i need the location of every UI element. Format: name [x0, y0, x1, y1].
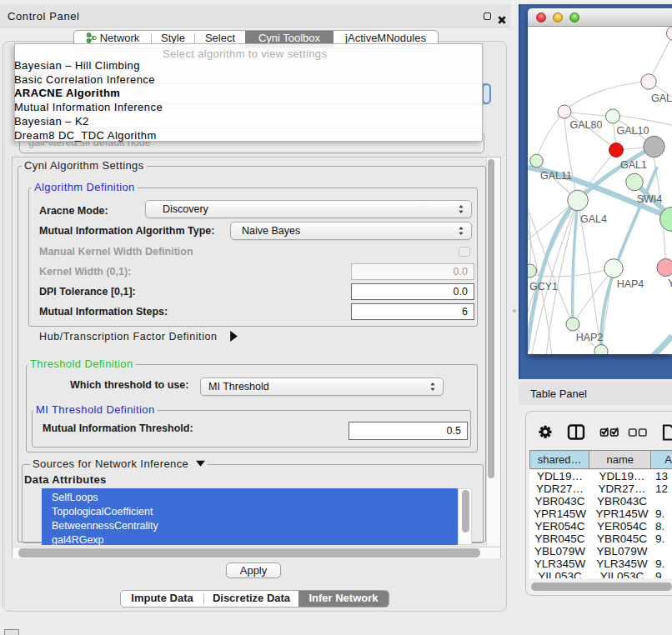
svg-text:GAL11: GAL11 — [540, 170, 572, 182]
svg-text:GAL: GAL — [651, 92, 672, 104]
svg-text:HAP4: HAP4 — [617, 278, 644, 290]
svg-text:GCY1: GCY1 — [529, 281, 558, 292]
svg-text:GAL4: GAL4 — [580, 213, 607, 225]
svg-text:SWI4: SWI4 — [637, 193, 663, 205]
svg-text:HAP2: HAP2 — [576, 332, 604, 343]
svg-text:Y: Y — [668, 278, 672, 289]
svg-text:GAL1: GAL1 — [620, 159, 647, 171]
svg-text:GAL80: GAL80 — [570, 119, 603, 131]
svg-text:GAL10: GAL10 — [617, 125, 649, 137]
